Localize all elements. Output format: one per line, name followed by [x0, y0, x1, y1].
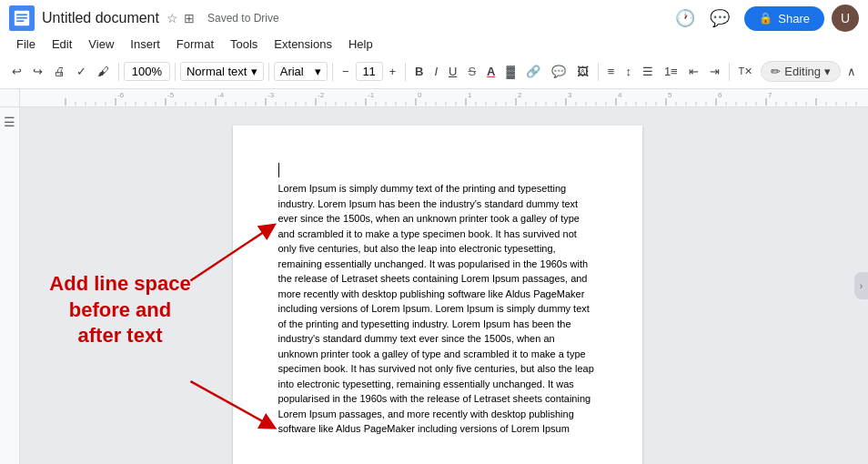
saved-status: Saved to Drive — [207, 12, 279, 25]
collapse-toolbar-button[interactable]: ∧ — [843, 62, 861, 81]
style-select[interactable]: Normal text ▾ — [180, 62, 264, 81]
ruler-left — [0, 89, 20, 106]
main-area: ☰ Lorem Ipsum is simply dummy text of th… — [0, 107, 868, 464]
svg-text:-1: -1 — [368, 91, 375, 99]
spellcheck-button[interactable]: ✓ — [72, 62, 91, 81]
sep6 — [598, 63, 599, 81]
svg-rect-5 — [20, 89, 868, 106]
pencil-icon: ✏ — [771, 65, 781, 78]
font-size-decrease[interactable]: − — [338, 62, 354, 81]
underline-button[interactable]: U — [444, 62, 461, 81]
highlight-button[interactable]: ▓ — [501, 62, 519, 81]
svg-text:0: 0 — [418, 91, 422, 99]
text-color-button[interactable]: A — [482, 62, 500, 81]
redo-button[interactable]: ↪ — [28, 62, 47, 81]
menu-extensions[interactable]: Extensions — [267, 35, 339, 53]
zoom-select[interactable]: 100% — [124, 62, 170, 81]
menu-help[interactable]: Help — [341, 35, 380, 53]
paint-button[interactable]: 🖌 — [93, 62, 114, 81]
svg-text:-2: -2 — [318, 91, 325, 99]
svg-text:-4: -4 — [217, 91, 225, 99]
sep1 — [118, 63, 119, 81]
sep7 — [729, 63, 730, 81]
menu-bar: File Edit View Insert Format Tools Exten… — [0, 33, 868, 55]
annotation-text: Add line space before and after text — [47, 271, 193, 349]
font-select[interactable]: Arial ▾ — [274, 62, 328, 81]
menu-format[interactable]: Format — [169, 35, 221, 53]
text-cursor — [278, 163, 280, 177]
undo-button[interactable]: ↩ — [7, 62, 26, 81]
page-wrapper: Lorem Ipsum is simply dummy text of the … — [20, 126, 854, 464]
ruler: // drawn below -6-5-4-3-2-101234567 — [20, 89, 868, 106]
sep5 — [405, 63, 406, 81]
svg-text:2: 2 — [518, 91, 522, 99]
image-button[interactable]: 🖼 — [572, 62, 593, 81]
svg-text:6: 6 — [718, 91, 722, 99]
print-button[interactable]: 🖨 — [49, 62, 70, 81]
font-chevron: ▾ — [315, 65, 321, 78]
indent-increase-button[interactable]: ⇥ — [705, 62, 724, 81]
title-icons: ☆ ⊞ — [167, 11, 195, 25]
share-button[interactable]: 🔒 Share — [744, 6, 824, 31]
menu-insert[interactable]: Insert — [123, 35, 167, 53]
menu-view[interactable]: View — [81, 35, 121, 53]
sep4 — [332, 63, 333, 81]
comments-icon[interactable]: 💬 — [710, 8, 730, 28]
menu-edit[interactable]: Edit — [45, 35, 79, 53]
numbered-list-button[interactable]: 1≡ — [660, 62, 682, 81]
menu-file[interactable]: File — [9, 35, 43, 53]
italic-button[interactable]: I — [429, 62, 442, 81]
ruler-area: // drawn below -6-5-4-3-2-101234567 — [0, 89, 868, 107]
bold-button[interactable]: B — [410, 62, 428, 81]
editing-chevron: ▾ — [824, 65, 831, 78]
comment-button[interactable]: 💬 — [547, 62, 570, 81]
ruler-svg: // drawn below -6-5-4-3-2-101234567 — [20, 89, 868, 106]
lock-icon: 🔒 — [759, 12, 772, 25]
svg-rect-4 — [16, 20, 24, 22]
svg-text:3: 3 — [568, 91, 572, 99]
svg-rect-2 — [16, 14, 27, 15]
svg-text:5: 5 — [668, 91, 672, 99]
collapse-scroll-btn[interactable]: › — [854, 272, 868, 299]
sep3 — [268, 63, 269, 81]
editing-mode-button[interactable]: ✏ Editing ▾ — [761, 61, 841, 82]
sep2 — [175, 63, 176, 81]
line-spacing-button[interactable]: ↕ — [621, 62, 636, 81]
align-button[interactable]: ≡ — [603, 62, 620, 81]
menu-tools[interactable]: Tools — [223, 35, 265, 53]
toolbar: ↩ ↪ 🖨 ✓ 🖌 100% Normal text ▾ Arial ▾ − +… — [0, 55, 868, 89]
indent-decrease-button[interactable]: ⇤ — [684, 62, 703, 81]
title-bar: Untitled document ☆ ⊞ Saved to Drive 🕐 💬… — [0, 0, 868, 33]
clear-format-button[interactable]: T✕ — [734, 63, 758, 80]
svg-text:7: 7 — [768, 91, 772, 99]
document-body[interactable]: Lorem Ipsum is simply dummy text of the … — [278, 181, 597, 437]
svg-text:4: 4 — [618, 91, 622, 99]
svg-text:1: 1 — [468, 91, 472, 99]
svg-text:-6: -6 — [117, 91, 125, 99]
paragraph-list-icon[interactable]: ☰ — [4, 115, 15, 129]
left-margin: ☰ — [0, 107, 20, 464]
svg-rect-3 — [16, 17, 27, 19]
doc-title[interactable]: Untitled document — [42, 10, 159, 26]
style-chevron: ▾ — [251, 65, 257, 78]
avatar[interactable]: U — [832, 5, 859, 32]
strikethrough-button[interactable]: S — [463, 62, 480, 81]
link-button[interactable]: 🔗 — [521, 62, 545, 81]
folder-icon[interactable]: ⊞ — [184, 11, 195, 25]
docs-icon — [9, 5, 35, 31]
history-icon[interactable]: 🕐 — [675, 8, 695, 28]
svg-text:-5: -5 — [167, 91, 175, 99]
list-button[interactable]: ☰ — [638, 62, 658, 81]
font-size-increase[interactable]: + — [385, 62, 401, 81]
svg-text:-3: -3 — [267, 91, 275, 99]
font-size-input[interactable] — [356, 62, 383, 81]
scroll-area[interactable]: Lorem Ipsum is simply dummy text of the … — [20, 107, 854, 464]
star-icon[interactable]: ☆ — [167, 11, 178, 25]
document-page[interactable]: Lorem Ipsum is simply dummy text of the … — [233, 126, 642, 464]
right-scrollbar[interactable]: › — [854, 107, 868, 464]
